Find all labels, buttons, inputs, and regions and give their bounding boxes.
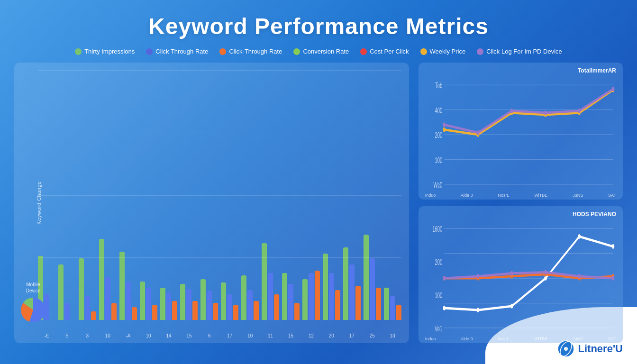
bar [335, 290, 340, 320]
line-series [444, 89, 613, 133]
bar-group [384, 288, 401, 320]
legend-dot [219, 48, 226, 55]
bar [64, 303, 70, 320]
bar [192, 301, 198, 320]
bar [221, 282, 226, 320]
line-x-label: JuNS [573, 193, 583, 198]
x-axis-label: -A [119, 333, 137, 338]
x-axis-label: 6 [200, 333, 218, 338]
x-axis-label: 17 [343, 333, 361, 338]
x-axis-label: S [58, 333, 76, 338]
y-axis-label: 200 [435, 131, 442, 140]
y-axis-label: Tob [435, 82, 442, 91]
bottom-line-chart-svg: 1600200100Ve1 [425, 219, 616, 334]
bar [323, 254, 328, 320]
x-axis-labels: -ES310-A1014156171011151220172513 [38, 333, 401, 338]
bar [294, 303, 300, 320]
bar-group [241, 275, 259, 320]
bar-group [302, 271, 320, 320]
x-axis-label: 17 [221, 333, 238, 338]
legend-item: Conversion Rate [293, 48, 349, 55]
bar-group [221, 282, 238, 320]
bar [99, 239, 104, 320]
bar-group [343, 247, 361, 320]
bar [111, 303, 117, 320]
x-axis-label: 12 [302, 333, 320, 338]
bar [119, 252, 125, 320]
bar [288, 284, 293, 320]
legend-label: Conversion Rate [303, 48, 349, 55]
bar [247, 290, 253, 320]
bar [126, 282, 131, 320]
pie-chart-area: MobileDevice [19, 282, 47, 324]
bar [227, 294, 232, 320]
bar [213, 303, 218, 320]
y-axis-label: 100 [435, 156, 442, 165]
x-axis-label: 10 [140, 333, 157, 338]
bar [355, 286, 361, 320]
legend-dot [75, 48, 82, 55]
logo-icon [557, 340, 574, 357]
x-axis-label: 13 [384, 333, 401, 338]
line-x-label: Alde 3 [461, 193, 473, 198]
y-axis-label: Ve1 [435, 324, 442, 333]
legend-label: Weekly Price [430, 48, 466, 55]
bar-chart-container: Keyword Change -ES310-A10141561710111512… [14, 63, 409, 343]
svg-point-2 [564, 347, 568, 351]
bar [384, 288, 389, 320]
legend-dot [477, 48, 483, 55]
bar [85, 296, 90, 320]
bar-group [323, 254, 340, 320]
top-line-chart-title: TotalImmerAR [425, 67, 616, 74]
top-line-chart: TotalImmerAR Tob400200100Wc0 InduoAlde 3… [419, 63, 623, 200]
chart-legend: Thirty Impressions Click Through Rate Cl… [0, 48, 637, 55]
bar-group [200, 279, 218, 320]
pie-chart [19, 296, 47, 324]
bar [282, 273, 287, 320]
x-axis-label: 10 [241, 333, 259, 338]
legend-item: Click Log For Im PD Device [477, 48, 562, 55]
bar-group [58, 264, 76, 320]
bar [160, 288, 165, 320]
top-line-chart-svg: Tob400200100Wc0 [425, 76, 616, 190]
y-axis-label: 100 [435, 291, 442, 300]
bar-group [119, 252, 137, 320]
bar [186, 289, 191, 320]
legend-label: Click Log For Im PD Device [486, 48, 562, 55]
bar [140, 282, 145, 320]
pie-label: MobileDevice [26, 282, 41, 294]
legend-item: Thirty Impressions [75, 48, 135, 55]
bar-group [282, 273, 300, 320]
x-axis-label: 10 [99, 333, 117, 338]
bar-group [79, 258, 96, 320]
bar [274, 294, 279, 320]
line-x-label: Induo [425, 337, 436, 341]
bar [309, 273, 314, 320]
legend-label: Thirty Impressions [84, 48, 135, 55]
logo-area: Litnere'U [557, 340, 623, 357]
logo-text: Litnere'U [578, 343, 623, 355]
legend-dot [360, 48, 367, 55]
bar-chart [38, 70, 401, 331]
bar [233, 305, 238, 320]
bar [364, 235, 369, 320]
page-title: Keyword Performance Metrics [0, 0, 637, 39]
bar [79, 258, 84, 320]
x-axis-label: 11 [262, 333, 279, 338]
bar-group [160, 288, 178, 320]
legend-item: Click-Through Rate [219, 48, 282, 55]
line-x-label: NosrL [498, 193, 510, 198]
y-axis-label: 200 [435, 258, 442, 267]
legend-item: Weekly Price [420, 48, 466, 55]
bar [315, 271, 320, 320]
line-x-label: WlTBE [534, 337, 547, 341]
x-axis-label: 15 [180, 333, 198, 338]
bar [262, 243, 267, 320]
bar-group [140, 282, 157, 320]
bar [376, 288, 381, 320]
bar-group [364, 235, 381, 320]
bar [349, 264, 355, 320]
bar [268, 273, 273, 320]
bar [180, 284, 185, 320]
legend-label: Cost Per Click [370, 48, 409, 55]
